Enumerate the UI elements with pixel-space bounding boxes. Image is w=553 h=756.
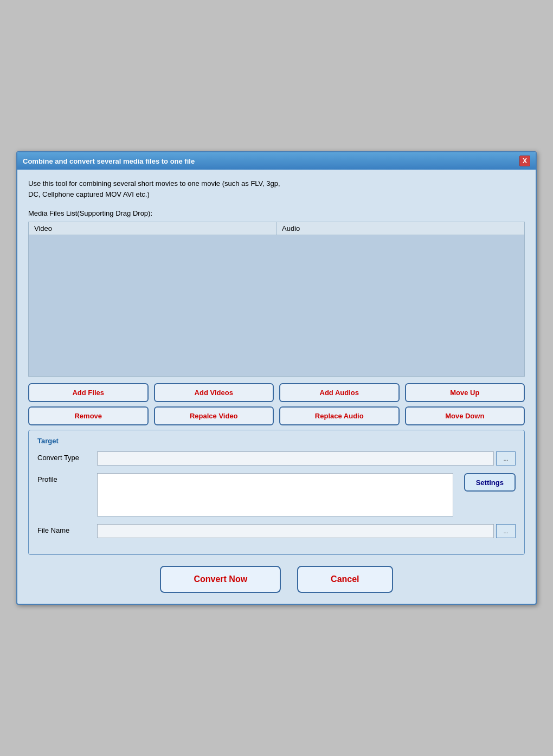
move-up-button[interactable]: Move Up <box>405 383 525 402</box>
bottom-buttons: Convert Now Cancel <box>28 566 525 593</box>
profile-input[interactable] <box>97 473 453 516</box>
add-files-button[interactable]: Add Files <box>28 383 149 402</box>
buttons-row-2: Remove Repalce Video Replace Audio Move … <box>28 406 525 425</box>
convert-type-browse-button[interactable]: ... <box>496 451 516 466</box>
video-column-header: Video <box>29 222 276 235</box>
add-videos-button[interactable]: Add Videos <box>154 383 274 402</box>
convert-type-label: Convert Type <box>37 451 97 462</box>
main-dialog: Combine and convert several media files … <box>16 151 537 605</box>
convert-now-button[interactable]: Convert Now <box>160 566 281 593</box>
add-audios-button[interactable]: Add Audios <box>279 383 400 402</box>
media-files-label: Media Files List(Supporting Drag Drop): <box>28 209 525 217</box>
settings-button[interactable]: Settings <box>464 473 516 492</box>
file-name-label: File Name <box>37 524 97 534</box>
dialog-body: Use this tool for combining several shor… <box>17 170 536 604</box>
file-name-input[interactable] <box>97 524 494 538</box>
description-line2: DC, Cellphone captured MOV AVI etc.) <box>28 189 525 200</box>
move-down-button[interactable]: Move Down <box>405 406 525 425</box>
cancel-button[interactable]: Cancel <box>297 566 393 593</box>
file-name-browse-button[interactable]: ... <box>496 524 516 538</box>
remove-button[interactable]: Remove <box>28 406 149 425</box>
description-line1: Use this tool for combining several shor… <box>28 178 525 189</box>
audio-column-header: Audio <box>276 222 524 235</box>
target-legend: Target <box>37 437 516 445</box>
convert-type-row: Convert Type ... <box>37 451 516 466</box>
buttons-row-1: Add Files Add Videos Add Audios Move Up <box>28 383 525 402</box>
profile-row: Profile Settings <box>37 473 516 516</box>
file-list-container: Video Audio <box>28 222 525 377</box>
description: Use this tool for combining several shor… <box>28 178 525 199</box>
replace-video-button[interactable]: Repalce Video <box>154 406 274 425</box>
profile-label: Profile <box>37 473 97 483</box>
target-group: Target Convert Type ... Profile Settings… <box>28 430 525 555</box>
close-button[interactable]: X <box>519 156 530 166</box>
dialog-title: Combine and convert several media files … <box>23 157 195 165</box>
convert-type-input[interactable] <box>97 451 494 466</box>
replace-audio-button[interactable]: Replace Audio <box>279 406 400 425</box>
file-list-body[interactable] <box>29 235 524 376</box>
title-bar: Combine and convert several media files … <box>17 152 536 170</box>
file-name-row: File Name ... <box>37 524 516 538</box>
file-list-header: Video Audio <box>29 222 524 235</box>
